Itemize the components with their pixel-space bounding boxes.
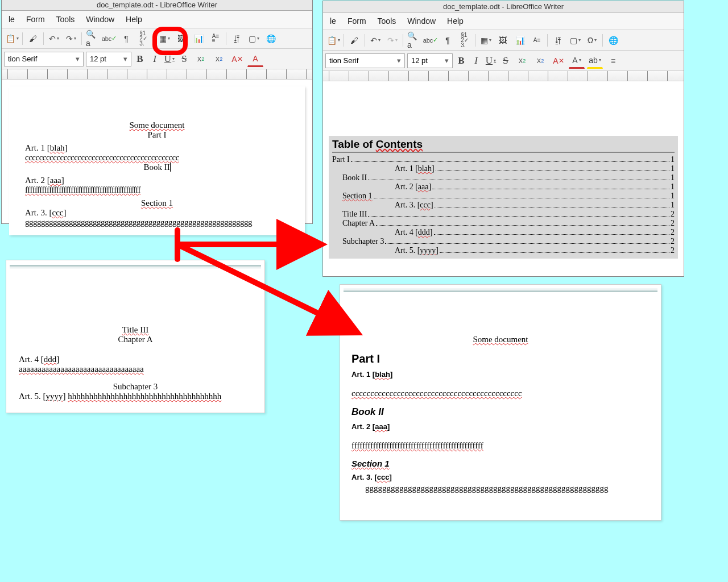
more-button[interactable]: ≡ xyxy=(605,53,621,69)
table-of-contents: Table of Contents Part I1Art. 1 [blah]1B… xyxy=(329,136,678,259)
spellcheck-button[interactable]: abc✓ xyxy=(101,31,117,47)
insert-table-button[interactable]: ▦ xyxy=(478,32,494,48)
doc-title: Some document xyxy=(25,120,289,130)
chapter-numbering-button[interactable]: §12✓3. xyxy=(135,31,151,47)
chapter-numbering-button[interactable]: §12✓3. xyxy=(457,32,473,48)
horizontal-ruler-right[interactable] xyxy=(323,71,684,81)
insert-table-button[interactable]: ▦ xyxy=(156,31,172,47)
font-size-combo[interactable]: 12 pt▾ xyxy=(407,53,453,68)
undo-button[interactable]: ↶ xyxy=(367,32,383,48)
menu-form-r[interactable]: Form xyxy=(343,15,371,27)
menu-help-r[interactable]: Help xyxy=(442,15,468,27)
toc-entry[interactable]: Chapter A2 xyxy=(332,219,675,228)
res-art3: Art. 3. [ccc] xyxy=(351,473,650,481)
font-size-combo[interactable]: 12 pt▾ xyxy=(86,52,131,66)
font-color-button[interactable]: A xyxy=(247,51,263,67)
font-name-combo[interactable]: tion Serif▾ xyxy=(4,52,84,66)
toc-entry[interactable]: Part I1 xyxy=(332,155,675,164)
insert-link-button[interactable]: 🌐 xyxy=(605,32,621,48)
font-color-button[interactable]: A xyxy=(569,53,585,69)
toc-entry[interactable]: Art. 1 [blah]1 xyxy=(332,164,675,173)
menu-file[interactable]: le xyxy=(4,13,19,26)
subscript-button[interactable]: X2 xyxy=(532,53,548,69)
horizontal-ruler[interactable] xyxy=(2,69,312,80)
insert-pagebreak-button[interactable]: ⭿ xyxy=(229,31,245,47)
insert-field-button[interactable]: ▢ xyxy=(567,32,583,48)
res-part: Part I xyxy=(351,352,650,365)
menu-window-r[interactable]: Window xyxy=(403,15,440,27)
clear-format-button[interactable]: A✕ xyxy=(551,53,566,69)
highlight-button[interactable]: ab xyxy=(587,53,603,69)
formatting-marks-button[interactable]: ¶ xyxy=(440,32,456,48)
clone-format-button[interactable]: 🖌 xyxy=(346,32,362,48)
doc-section: Section 1 xyxy=(25,198,289,208)
font-name-combo[interactable]: tion Serif▾ xyxy=(325,53,405,68)
toc-title: Table of Contents xyxy=(332,138,675,151)
menu-help[interactable]: Help xyxy=(121,13,147,26)
toolbar-formatting: tion Serif▾ 12 pt▾ B I U S X2 X2 A✕ A xyxy=(2,49,312,69)
toc-entry[interactable]: Section 11 xyxy=(332,192,675,201)
menubar-right: le Form Tools Window Help xyxy=(323,13,684,30)
toc-entry[interactable]: Title III2 xyxy=(332,210,675,219)
subscript-button[interactable]: X2 xyxy=(211,51,227,67)
redo-button[interactable]: ↷ xyxy=(384,32,400,48)
document-page[interactable]: Some document Part I Art. 1 [blah] ccccc… xyxy=(9,86,305,235)
line-a: aaaaaaaaaaaaaaaaaaaaaaaaaaaaaaaaa xyxy=(19,364,252,374)
toc-entry[interactable]: Subchapter 32 xyxy=(332,237,675,246)
menu-file-r[interactable]: le xyxy=(325,15,341,27)
insert-chart-button[interactable]: 📊 xyxy=(191,31,206,47)
frag-title: Title III xyxy=(19,325,252,335)
toc-entry[interactable]: Art. 3. [ccc]1 xyxy=(332,201,675,210)
menu-form[interactable]: Form xyxy=(22,13,49,26)
art-3-line: Art. 3. [ccc] gggggggggggggggggggggggggg… xyxy=(25,208,289,227)
art-2: Art. 2 [aaa] xyxy=(25,176,289,185)
spellcheck-button[interactable]: abc✓ xyxy=(423,32,439,48)
right-window: doc_template.odt - LibreOffice Writer le… xyxy=(322,1,684,277)
toc-entry[interactable]: Art. 4 [ddd]2 xyxy=(332,228,675,237)
clone-format-button[interactable]: 🖌 xyxy=(25,31,41,47)
insert-pagebreak-button[interactable]: ⭿ xyxy=(550,32,566,48)
art-1: Art. 1 [blah] xyxy=(25,143,289,153)
res-line-c: cccccccccccccccccccccccccccccccccccccccc… xyxy=(351,389,650,398)
insert-textbox-button[interactable]: A≡ xyxy=(529,32,545,48)
result-page: Some document Part I Art. 1 [blah] ccccc… xyxy=(340,284,661,521)
doc-part: Part I xyxy=(25,130,289,140)
italic-button[interactable]: I xyxy=(470,53,482,69)
font-name-value: tion Serif xyxy=(329,56,358,65)
insert-chart-button[interactable]: 📊 xyxy=(512,32,528,48)
strike-button[interactable]: S xyxy=(178,51,191,67)
menu-window[interactable]: Window xyxy=(81,13,119,26)
italic-button[interactable]: I xyxy=(148,51,161,67)
bold-button[interactable]: B xyxy=(455,53,468,69)
strike-button[interactable]: S xyxy=(499,53,512,69)
frag-chapter: Chapter A xyxy=(19,335,252,344)
toc-entry[interactable]: Book II1 xyxy=(332,173,675,182)
superscript-button[interactable]: X2 xyxy=(193,51,209,67)
frag-subch: Subchapter 3 xyxy=(19,382,252,392)
find-button[interactable]: 🔍a xyxy=(406,32,421,48)
find-button[interactable]: 🔍a xyxy=(84,31,100,47)
paste-button[interactable]: 📋 xyxy=(325,32,341,48)
menu-tools-r[interactable]: Tools xyxy=(373,15,401,27)
formatting-marks-button[interactable]: ¶ xyxy=(118,31,134,47)
redo-button[interactable]: ↷ xyxy=(63,31,79,47)
insert-image-button[interactable]: 🖼 xyxy=(495,32,511,48)
superscript-button[interactable]: X2 xyxy=(514,53,530,69)
clear-format-button[interactable]: A✕ xyxy=(229,51,245,67)
insert-textbox-button[interactable]: A≡≡ xyxy=(208,31,224,47)
insert-field-button[interactable]: ▢ xyxy=(246,31,262,47)
document-page-right[interactable]: Table of Contents Part I1Art. 1 [blah]1B… xyxy=(325,84,681,271)
undo-button[interactable]: ↶ xyxy=(46,31,62,47)
art-4: Art. 4 [ddd] xyxy=(19,355,252,364)
insert-specialchar-button[interactable]: Ω xyxy=(584,32,600,48)
bold-button[interactable]: B xyxy=(134,51,146,67)
toc-entry[interactable]: Art. 2 [aaa]1 xyxy=(332,182,675,192)
line-c: cccccccccccccccccccccccccccccccccccccccc… xyxy=(25,153,289,163)
toc-entry[interactable]: Art. 5. [yyyy]2 xyxy=(332,246,675,255)
paste-button[interactable]: 📋 xyxy=(4,31,20,47)
insert-more-button[interactable]: 🌐 xyxy=(263,31,279,47)
menu-tools[interactable]: Tools xyxy=(52,13,80,26)
insert-image-button[interactable]: 🖼 xyxy=(173,31,189,47)
underline-button[interactable]: U xyxy=(485,53,497,69)
underline-button[interactable]: U xyxy=(163,51,176,67)
